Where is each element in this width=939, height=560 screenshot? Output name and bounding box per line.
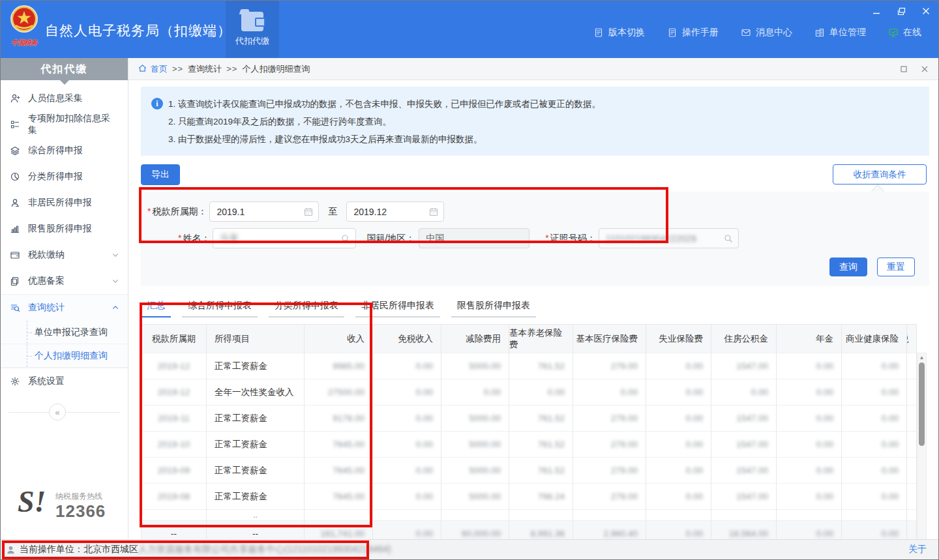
layers-icon [10, 145, 20, 156]
about-link[interactable]: 关于 [908, 544, 927, 555]
pie-chart-icon [10, 171, 20, 182]
search-icon[interactable] [723, 233, 734, 244]
pane-maximize-button[interactable] [899, 65, 908, 74]
calendar-icon[interactable] [428, 207, 439, 217]
header-menu-3[interactable]: 消息中心 [741, 27, 792, 38]
sidebar-subitem-1[interactable]: 单位申报记录查询 [1, 321, 128, 344]
period-label: *税款所属期： [147, 206, 207, 218]
person-icon [10, 198, 20, 208]
cell-text: 7645.00 [333, 492, 365, 501]
export-button[interactable]: 导出 [141, 164, 180, 185]
value-cell: 0.00 [842, 458, 907, 484]
cell-text: 0.00 [621, 387, 638, 397]
table-row: 2019-12正常工资薪金9985.000.005000.00761.52279… [141, 353, 917, 379]
header-menu-2[interactable]: 操作手册 [667, 27, 719, 38]
reset-button[interactable]: 重置 [877, 258, 915, 276]
value-cell [907, 405, 917, 432]
cell-text: 2019-11 [158, 413, 190, 423]
current-unit-visible: 北京市西城区 [83, 544, 138, 555]
sidebar-item-4[interactable]: 分类所得申报 [1, 164, 128, 190]
sidebar-subitem-2[interactable]: 个人扣缴明细查询 [1, 344, 128, 368]
breadcrumb-item[interactable]: 查询统计 [188, 63, 222, 75]
sidebar-item-label: 优惠备案 [28, 275, 65, 287]
query-button[interactable]: 查询 [829, 258, 867, 276]
header-menu-1[interactable]: 版本切换 [593, 27, 645, 38]
sidebar-item-6[interactable]: 限售股所得申报 [1, 216, 128, 242]
cell-text: 7645.00 [333, 465, 365, 475]
partial-cell [141, 510, 207, 521]
sidebar-item-9[interactable]: 查询统计 [1, 295, 128, 321]
summary-value-cell: 0.00 [777, 521, 842, 539]
sidebar-item-10[interactable]: 系统设置 [1, 368, 128, 394]
tab-4[interactable]: 非居民所得申报表 [355, 296, 440, 317]
pane-close-button[interactable] [920, 65, 929, 74]
partial-cell [509, 510, 573, 521]
sidebar-item-label: 分类所得申报 [28, 171, 83, 183]
sidebar-item-2[interactable]: 专项附加扣除信息采集 [1, 111, 128, 138]
sidebar-collapse-row: « [1, 404, 128, 420]
partial-cell [441, 510, 509, 521]
app-window: 中国税务 自然人电子税务局（扣缴端） 代扣代缴 版本切换操作手册消息中心单位管理… [0, 0, 939, 560]
sidebar-item-label: 综合所得申报 [28, 145, 83, 156]
toolbar: 导出 收折查询条件 [141, 164, 929, 192]
cell-text: 0.00 [882, 529, 899, 538]
tab-2[interactable]: 综合所得申报表 [182, 296, 258, 317]
building-icon [814, 27, 825, 38]
breadcrumb-item-current: 个人扣缴明细查询 [242, 63, 310, 75]
cell-text: 798.24 [538, 492, 565, 501]
sidebar-item-5[interactable]: 非居民所得申报 [1, 190, 128, 216]
cell-text: 0.00 [416, 529, 433, 538]
sidebar-item-8[interactable]: 优惠备案 [1, 268, 128, 294]
wallet-icon [241, 12, 263, 31]
name-label: *姓名： [178, 233, 210, 244]
search-icon[interactable] [340, 233, 351, 244]
cell-text: 761.52 [538, 413, 565, 423]
id-number-label: *证照号码： [545, 233, 595, 244]
restore-button[interactable] [895, 6, 907, 16]
logo-text: 中国税务 [6, 38, 42, 48]
cell-text: 761.52 [538, 361, 565, 371]
minimize-button[interactable] [871, 6, 882, 16]
cell-text: 失业保险费 [659, 333, 704, 345]
table-header-cell: 基本医疗保险费 [573, 325, 646, 353]
summary-value-cell: 0.00 [646, 521, 711, 539]
result-tabs: 汇总综合所得申报表分类所得申报表非居民所得申报表限售股所得申报表 [141, 296, 929, 317]
sidebar-item-1[interactable]: 人员信息采集 [1, 85, 128, 111]
tab-3[interactable]: 分类所得申报表 [269, 296, 344, 317]
calendar-icon[interactable] [303, 207, 314, 217]
cell-text: 基本养老保险费 [509, 327, 565, 351]
person-add-icon [10, 93, 20, 104]
tab-withholding[interactable]: 代扣代缴 [226, 1, 279, 58]
sidebar-item-label: 税款缴纳 [28, 249, 65, 261]
collapse-query-button[interactable]: 收折查询条件 [833, 164, 927, 184]
cell-text: 正常工资薪金 [215, 491, 267, 503]
cell-text: 0.00 [416, 465, 433, 475]
vertical-scrollbar[interactable]: ▲ ▼ [917, 353, 927, 539]
cell-text: 0.00 [416, 413, 433, 423]
cell-text: 0.00 [484, 387, 501, 397]
hotline-logo: S! [18, 484, 46, 519]
period-from-input[interactable]: 2019.1 [209, 201, 319, 222]
close-button[interactable] [920, 6, 932, 16]
breadcrumb-home[interactable]: 首页 [138, 63, 168, 75]
value-cell: 0.00 [711, 379, 777, 405]
value-cell: 0.00 [646, 353, 711, 379]
header-menu-5[interactable]: 在线 [888, 27, 921, 38]
vertical-scroll-thumb[interactable] [919, 362, 925, 446]
value-cell: 5000.00 [441, 432, 509, 458]
sidebar-collapse-button[interactable]: « [49, 404, 66, 420]
name-input[interactable]: 马某 [213, 228, 356, 248]
sidebar-item-3[interactable]: 综合所得申报 [1, 138, 128, 164]
value-cell: 0.00 [646, 458, 711, 484]
id-number-input[interactable]: 110102199304222029 [599, 228, 739, 248]
tab-1[interactable]: 汇总 [141, 296, 171, 317]
scroll-up-arrow[interactable]: ▲ [917, 353, 926, 361]
tab-5[interactable]: 限售股所得申报表 [451, 296, 536, 317]
table-row: 2019-08正常工资薪金7645.000.005000.00798.24279… [141, 484, 917, 510]
window-controls [871, 6, 932, 16]
value-cell: 7645.00 [305, 458, 373, 484]
value-cell [907, 458, 917, 484]
period-to-input[interactable]: 2019.12 [346, 201, 444, 222]
sidebar-item-7[interactable]: 税款缴纳 [1, 242, 128, 268]
header-menu-4[interactable]: 单位管理 [814, 27, 866, 38]
